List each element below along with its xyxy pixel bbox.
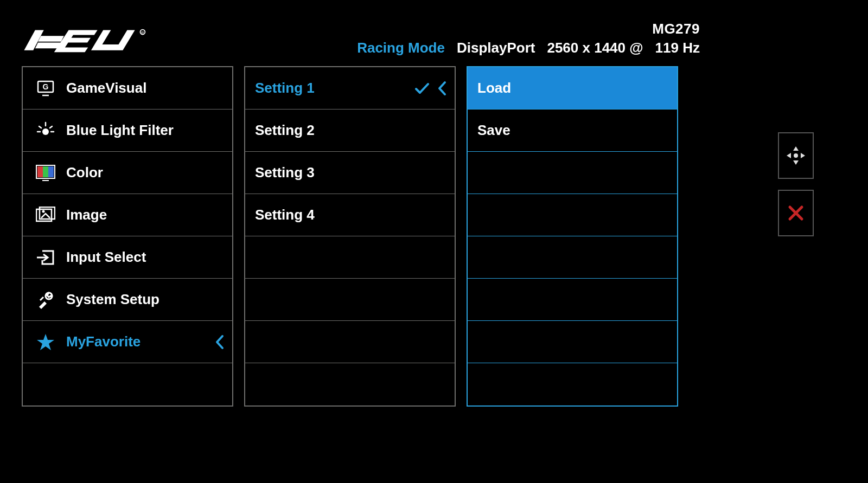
action-empty-row: [468, 194, 677, 236]
submenu-setting2[interactable]: Setting 2: [245, 110, 455, 152]
color-icon: [33, 165, 59, 181]
svg-point-19: [42, 210, 45, 212]
action-empty-row: [468, 321, 677, 363]
menu-image[interactable]: Image: [23, 194, 232, 236]
menu-myfavorite[interactable]: MyFavorite: [23, 321, 232, 363]
input-source-label: DisplayPort: [457, 40, 535, 56]
svg-line-8: [39, 126, 41, 128]
menu-empty-row: [23, 363, 232, 405]
svg-point-27: [794, 153, 798, 158]
action-load[interactable]: Load: [468, 67, 677, 110]
menu-item-label: Image: [66, 207, 107, 223]
submenu-empty-row: [245, 279, 455, 321]
menu-inputselect[interactable]: Input Select: [23, 236, 232, 279]
action-empty-row: [468, 236, 677, 279]
chevron-left-icon: [215, 334, 225, 350]
menu-item-label: System Setup: [66, 291, 159, 308]
submenu-item-label: Setting 2: [255, 122, 315, 139]
svg-marker-26: [801, 153, 805, 158]
svg-text:G: G: [43, 82, 49, 91]
input-icon: [33, 249, 59, 266]
submenu-item-label: Setting 3: [255, 164, 315, 181]
submenu-empty-row: [245, 363, 455, 405]
header-status: MG279 Racing Mode DisplayPort 2560 x 144…: [357, 21, 700, 56]
menu-item-label: Blue Light Filter: [66, 122, 174, 139]
action-item-label: Load: [477, 80, 511, 96]
image-icon: [33, 207, 59, 224]
menu-item-label: Color: [66, 164, 103, 181]
svg-point-6: [42, 128, 49, 135]
submenu-item-label: Setting 4: [255, 207, 315, 223]
close-button[interactable]: [778, 190, 814, 236]
sub-menu-panel: Setting 1 Setting 2 Setting 3 Setting 4: [244, 66, 456, 407]
menu-item-label: Input Select: [66, 249, 146, 266]
svg-rect-14: [43, 166, 48, 177]
menu-gamevisual[interactable]: G GameVisual: [23, 67, 232, 110]
chevron-left-icon: [437, 81, 447, 96]
side-controls: [778, 132, 814, 236]
submenu-setting4[interactable]: Setting 4: [245, 194, 455, 236]
svg-marker-23: [793, 146, 799, 151]
joystick-button[interactable]: [778, 132, 814, 179]
bluelight-icon: [33, 121, 59, 140]
menu-columns: G GameVisual Blue Light Filter Color: [22, 66, 700, 407]
submenu-empty-row: [245, 321, 455, 363]
menu-item-label: GameVisual: [66, 80, 146, 96]
submenu-item-label: Setting 1: [255, 80, 315, 96]
submenu-setting1[interactable]: Setting 1: [245, 67, 455, 110]
check-icon: [414, 82, 430, 95]
close-icon: [787, 204, 805, 222]
menu-item-label: MyFavorite: [66, 333, 141, 350]
action-empty-row: [468, 363, 677, 405]
action-save[interactable]: Save: [468, 110, 677, 152]
resolution-label: 2560 x 1440 @: [547, 40, 643, 56]
menu-systemsetup[interactable]: System Setup: [23, 279, 232, 321]
svg-marker-22: [37, 334, 54, 350]
model-label: MG279: [652, 21, 700, 37]
refresh-rate-label: 119 Hz: [655, 40, 700, 56]
svg-text:R: R: [141, 31, 144, 35]
gamevisual-icon: G: [33, 79, 59, 98]
menu-bluelight[interactable]: Blue Light Filter: [23, 110, 232, 152]
svg-rect-15: [48, 166, 54, 177]
action-empty-row: [468, 279, 677, 321]
osd-header: R MG279 Racing Mode DisplayPort 2560 x 1…: [22, 18, 700, 56]
svg-marker-24: [793, 160, 799, 165]
action-item-label: Save: [477, 122, 510, 139]
svg-line-21: [40, 297, 43, 300]
svg-rect-13: [37, 166, 43, 177]
systemsetup-icon: [33, 291, 59, 309]
svg-line-9: [50, 126, 52, 128]
menu-color[interactable]: Color: [23, 152, 232, 194]
osd-container: R MG279 Racing Mode DisplayPort 2560 x 1…: [22, 18, 700, 407]
picture-mode: Racing Mode: [357, 40, 445, 56]
submenu-empty-row: [245, 236, 455, 279]
star-icon: [33, 333, 59, 351]
main-menu-panel: G GameVisual Blue Light Filter Color: [22, 66, 233, 407]
brand-logo: R: [22, 25, 146, 56]
submenu-setting3[interactable]: Setting 3: [245, 152, 455, 194]
svg-marker-25: [787, 153, 791, 158]
action-empty-row: [468, 152, 677, 194]
joystick-icon: [785, 145, 807, 166]
action-menu-panel: Load Save: [467, 66, 678, 407]
